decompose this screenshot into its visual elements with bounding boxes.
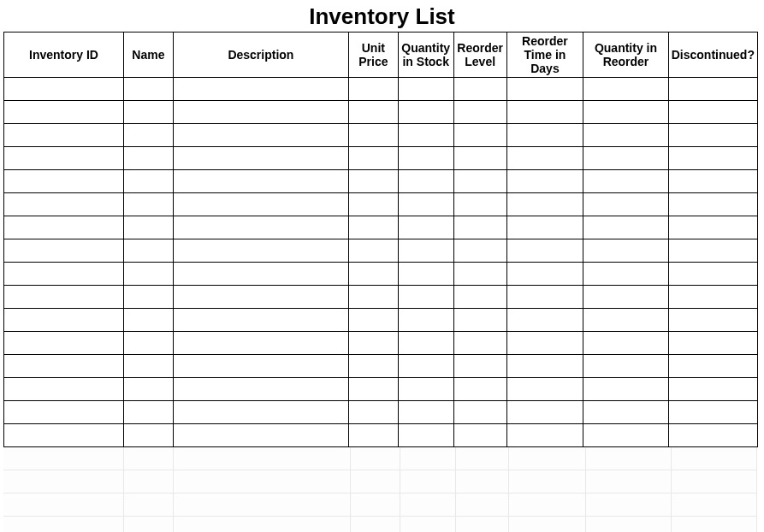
- table-cell[interactable]: [398, 332, 453, 355]
- table-cell[interactable]: [348, 239, 398, 263]
- table-cell[interactable]: [348, 355, 398, 378]
- table-cell[interactable]: [506, 216, 583, 239]
- table-cell[interactable]: [668, 78, 757, 101]
- spreadsheet-cell[interactable]: [174, 447, 351, 470]
- table-cell[interactable]: [453, 124, 506, 147]
- table-cell[interactable]: [173, 286, 348, 309]
- table-cell[interactable]: [583, 263, 668, 286]
- spreadsheet-cell[interactable]: [3, 447, 124, 470]
- table-cell[interactable]: [123, 124, 173, 147]
- table-cell[interactable]: [668, 424, 757, 447]
- table-cell[interactable]: [506, 401, 583, 424]
- table-cell[interactable]: [173, 355, 348, 378]
- table-cell[interactable]: [583, 401, 668, 424]
- table-cell[interactable]: [668, 355, 757, 378]
- table-cell[interactable]: [668, 170, 757, 193]
- table-cell[interactable]: [583, 193, 668, 216]
- spreadsheet-cell[interactable]: [351, 494, 400, 517]
- table-cell[interactable]: [398, 378, 453, 401]
- table-cell[interactable]: [348, 401, 398, 424]
- table-cell[interactable]: [668, 147, 757, 170]
- table-cell[interactable]: [348, 216, 398, 239]
- table-cell[interactable]: [123, 355, 173, 378]
- table-cell[interactable]: [348, 78, 398, 101]
- table-cell[interactable]: [123, 401, 173, 424]
- table-cell[interactable]: [583, 78, 668, 101]
- table-cell[interactable]: [398, 424, 453, 447]
- spreadsheet-cell[interactable]: [124, 470, 174, 494]
- table-cell[interactable]: [123, 147, 173, 170]
- table-cell[interactable]: [583, 378, 668, 401]
- spreadsheet-cell[interactable]: [174, 517, 351, 532]
- table-cell[interactable]: [583, 355, 668, 378]
- spreadsheet-cell[interactable]: [351, 447, 400, 470]
- table-cell[interactable]: [506, 78, 583, 101]
- table-cell[interactable]: [506, 101, 583, 124]
- table-cell[interactable]: [123, 286, 173, 309]
- table-cell[interactable]: [4, 101, 124, 124]
- table-cell[interactable]: [173, 239, 348, 263]
- table-cell[interactable]: [123, 424, 173, 447]
- table-cell[interactable]: [506, 239, 583, 263]
- table-cell[interactable]: [506, 193, 583, 216]
- table-cell[interactable]: [173, 170, 348, 193]
- table-cell[interactable]: [123, 216, 173, 239]
- table-cell[interactable]: [398, 239, 453, 263]
- table-cell[interactable]: [583, 170, 668, 193]
- table-cell[interactable]: [453, 355, 506, 378]
- table-cell[interactable]: [453, 424, 506, 447]
- spreadsheet-cell[interactable]: [586, 517, 672, 532]
- table-cell[interactable]: [348, 286, 398, 309]
- table-cell[interactable]: [173, 401, 348, 424]
- table-cell[interactable]: [583, 239, 668, 263]
- table-cell[interactable]: [123, 170, 173, 193]
- spreadsheet-cell[interactable]: [509, 447, 586, 470]
- table-cell[interactable]: [4, 332, 124, 355]
- table-cell[interactable]: [668, 286, 757, 309]
- table-cell[interactable]: [173, 78, 348, 101]
- spreadsheet-cell[interactable]: [400, 494, 456, 517]
- table-cell[interactable]: [583, 124, 668, 147]
- table-cell[interactable]: [453, 263, 506, 286]
- table-cell[interactable]: [398, 193, 453, 216]
- table-cell[interactable]: [583, 147, 668, 170]
- spreadsheet-cell[interactable]: [174, 470, 351, 494]
- spreadsheet-cell[interactable]: [509, 470, 586, 494]
- table-cell[interactable]: [348, 424, 398, 447]
- table-cell[interactable]: [506, 355, 583, 378]
- spreadsheet-cell[interactable]: [456, 494, 509, 517]
- spreadsheet-cell[interactable]: [586, 470, 672, 494]
- spreadsheet-cell[interactable]: [456, 517, 509, 532]
- table-cell[interactable]: [668, 101, 757, 124]
- spreadsheet-cell[interactable]: [456, 470, 509, 494]
- table-cell[interactable]: [668, 332, 757, 355]
- spreadsheet-cell[interactable]: [174, 494, 351, 517]
- table-cell[interactable]: [123, 309, 173, 332]
- spreadsheet-cell[interactable]: [586, 494, 672, 517]
- spreadsheet-cell[interactable]: [3, 517, 124, 532]
- spreadsheet-cell[interactable]: [672, 494, 757, 517]
- table-cell[interactable]: [398, 309, 453, 332]
- table-cell[interactable]: [583, 286, 668, 309]
- table-cell[interactable]: [668, 263, 757, 286]
- spreadsheet-cell[interactable]: [400, 517, 456, 532]
- table-cell[interactable]: [173, 124, 348, 147]
- table-cell[interactable]: [4, 263, 124, 286]
- table-cell[interactable]: [398, 101, 453, 124]
- table-cell[interactable]: [4, 239, 124, 263]
- table-cell[interactable]: [4, 286, 124, 309]
- spreadsheet-cell[interactable]: [400, 447, 456, 470]
- table-cell[interactable]: [4, 401, 124, 424]
- spreadsheet-cell[interactable]: [586, 447, 672, 470]
- table-cell[interactable]: [453, 78, 506, 101]
- spreadsheet-cell[interactable]: [124, 494, 174, 517]
- table-cell[interactable]: [398, 124, 453, 147]
- table-cell[interactable]: [4, 124, 124, 147]
- table-cell[interactable]: [506, 332, 583, 355]
- spreadsheet-cell[interactable]: [456, 447, 509, 470]
- table-cell[interactable]: [123, 101, 173, 124]
- table-cell[interactable]: [4, 193, 124, 216]
- table-cell[interactable]: [583, 309, 668, 332]
- table-cell[interactable]: [398, 147, 453, 170]
- table-cell[interactable]: [453, 286, 506, 309]
